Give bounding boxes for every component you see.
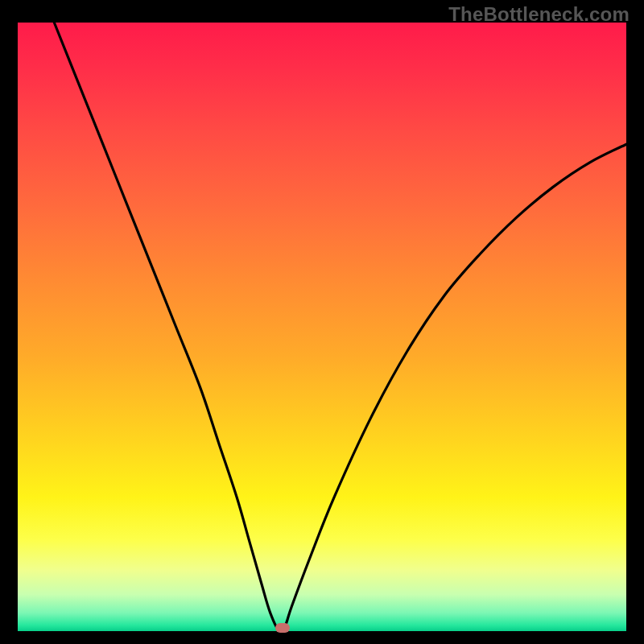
min-marker	[275, 623, 290, 633]
chart-frame: TheBottleneck.com	[0, 0, 644, 644]
line-curve	[18, 23, 626, 631]
plot-area	[18, 23, 626, 631]
